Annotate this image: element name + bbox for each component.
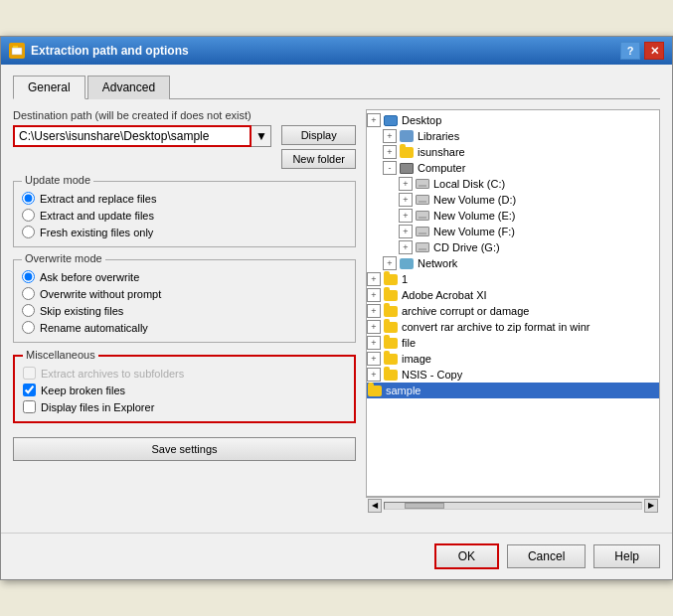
tree-item-e[interactable]: + New Volume (E:) (367, 208, 659, 224)
expand-e[interactable]: + (399, 209, 413, 223)
expand-libraries[interactable]: + (383, 129, 397, 143)
tree-item-1[interactable]: + 1 (367, 271, 659, 287)
expand-isunshare[interactable]: + (383, 145, 397, 159)
misc-explorer[interactable]: Display files in Explorer (23, 400, 346, 413)
update-replace-label: Extract and replace files (40, 193, 156, 205)
misc-explorer-check[interactable] (23, 400, 36, 413)
update-update-label: Extract and update files (40, 210, 154, 222)
tree-item-desktop[interactable]: + Desktop (367, 112, 659, 128)
display-btn[interactable]: Display (281, 125, 356, 145)
main-area: Destination path (will be created if doe… (13, 109, 660, 513)
tree-item-archive[interactable]: + archive corrupt or damage (367, 303, 659, 319)
misc-subfolders-check[interactable] (23, 367, 36, 380)
tree-item-c[interactable]: + Local Disk (C:) (367, 176, 659, 192)
tree-item-network[interactable]: + Network (367, 255, 659, 271)
scroll-right-btn[interactable]: ▶ (644, 499, 658, 513)
scroll-left-btn[interactable]: ◀ (368, 499, 382, 513)
dest-path-input[interactable] (13, 125, 252, 147)
misc-subfolders[interactable]: Extract archives to subfolders (23, 367, 346, 380)
expand-d[interactable]: + (399, 193, 413, 207)
misc-broken-label: Keep broken files (41, 385, 125, 396)
tree-container: + Desktop + Libraries (366, 109, 660, 513)
update-fresh[interactable]: Fresh existing files only (22, 226, 347, 238)
dest-section: ▼ Display New folder (13, 125, 356, 169)
tree-item-libraries[interactable]: + Libraries (367, 128, 659, 144)
tab-general[interactable]: General (13, 76, 85, 99)
right-buttons: Display New folder (281, 125, 356, 169)
tree-label-e: New Volume (E:) (433, 210, 516, 222)
save-settings-btn[interactable]: Save settings (13, 437, 356, 461)
expand-image[interactable]: + (367, 352, 381, 366)
overwrite-skip[interactable]: Skip existing files (22, 304, 347, 317)
tree-item-sample[interactable]: sample (367, 383, 659, 398)
h-scrollbar[interactable]: ◀ ▶ (366, 497, 660, 513)
cancel-btn[interactable]: Cancel (507, 544, 586, 568)
tree-item-g[interactable]: + CD Drive (G:) (367, 239, 659, 255)
tree-item-image[interactable]: + image (367, 351, 659, 367)
overwrite-ask-radio[interactable] (22, 270, 35, 283)
path-dropdown-btn[interactable]: ▼ (252, 125, 271, 147)
help-title-btn[interactable]: ? (620, 42, 640, 60)
tree-item-d[interactable]: + New Volume (D:) (367, 192, 659, 208)
expand-g[interactable]: + (399, 240, 413, 254)
expand-adobe[interactable]: + (367, 288, 381, 302)
left-panel: Destination path (will be created if doe… (13, 109, 356, 513)
expand-desktop[interactable]: + (367, 113, 381, 127)
misc-broken-check[interactable] (23, 384, 36, 396)
tree-item-isunshare[interactable]: + isunshare (367, 144, 659, 160)
expand-computer[interactable]: - (383, 161, 397, 175)
expand-convert[interactable]: + (367, 320, 381, 334)
tree-item-nsis[interactable]: + NSIS - Copy (367, 367, 659, 383)
update-fresh-radio[interactable] (22, 226, 35, 238)
scroll-track[interactable] (384, 502, 642, 510)
expand-1[interactable]: + (367, 272, 381, 286)
expand-c[interactable]: + (399, 177, 413, 191)
desktop-icon (383, 113, 399, 127)
ok-btn[interactable]: OK (434, 543, 499, 569)
bottom-row: OK Cancel Help (1, 533, 672, 579)
expand-archive[interactable]: + (367, 304, 381, 318)
tree-item-convert[interactable]: + convert rar archive to zip format in w… (367, 319, 659, 335)
expand-file[interactable]: + (367, 336, 381, 350)
update-replace-radio[interactable] (22, 192, 35, 205)
tree-item-computer[interactable]: - Computer (367, 160, 659, 176)
help-btn[interactable]: Help (593, 544, 660, 568)
tree-label-1: 1 (402, 273, 408, 285)
tree-label-file: file (402, 337, 416, 349)
expand-f[interactable]: + (399, 225, 413, 238)
overwrite-without[interactable]: Overwrite without prompt (22, 287, 347, 300)
update-update-radio[interactable] (22, 209, 35, 222)
overwrite-ask-label: Ask before overwrite (40, 271, 139, 283)
misc-group: Miscellaneous Extract archives to subfol… (13, 355, 356, 423)
close-btn[interactable]: ✕ (644, 42, 664, 60)
svg-rect-0 (12, 48, 22, 55)
misc-broken[interactable]: Keep broken files (23, 384, 346, 396)
app-icon (9, 43, 25, 59)
file-tree[interactable]: + Desktop + Libraries (366, 109, 660, 497)
tree-item-f[interactable]: + New Volume (F:) (367, 224, 659, 239)
expand-nsis[interactable]: + (367, 368, 381, 382)
folder-nsis-icon (383, 368, 399, 382)
isunshare-icon (399, 145, 415, 159)
tree-label-desktop: Desktop (402, 114, 441, 126)
expand-network[interactable]: + (383, 256, 397, 270)
scroll-thumb[interactable] (405, 503, 444, 509)
overwrite-skip-radio[interactable] (22, 304, 35, 317)
update-replace[interactable]: Extract and replace files (22, 192, 347, 205)
tree-label-c: Local Disk (C:) (433, 178, 505, 190)
folder-image-icon (383, 352, 399, 366)
drive-d-icon (415, 193, 430, 207)
new-folder-btn[interactable]: New folder (281, 149, 356, 169)
dialog-title: Extraction path and options (31, 44, 189, 58)
tab-advanced[interactable]: Advanced (87, 76, 170, 99)
tree-item-adobe[interactable]: + Adobe Acrobat XI (367, 287, 659, 303)
update-update[interactable]: Extract and update files (22, 209, 347, 222)
dialog-content: General Advanced Destination path (will … (1, 65, 672, 523)
overwrite-rename-radio[interactable] (22, 321, 35, 334)
dest-input-area: ▼ (13, 125, 271, 147)
tree-label-adobe: Adobe Acrobat XI (402, 289, 487, 301)
overwrite-without-radio[interactable] (22, 287, 35, 300)
overwrite-ask[interactable]: Ask before overwrite (22, 270, 347, 283)
tree-item-file[interactable]: + file (367, 335, 659, 351)
overwrite-rename[interactable]: Rename automatically (22, 321, 347, 334)
